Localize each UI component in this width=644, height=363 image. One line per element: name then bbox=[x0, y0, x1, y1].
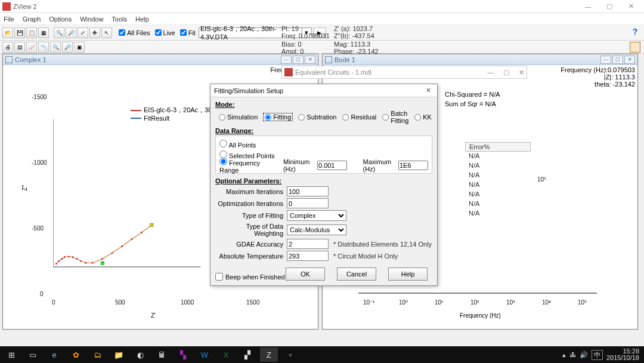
app2-icon[interactable]: ▞ bbox=[239, 347, 256, 362]
tool-zoom1-icon[interactable]: 🔍 bbox=[50, 42, 61, 53]
min-hz-input[interactable] bbox=[317, 161, 347, 170]
bode-titlebar[interactable]: Bode 1 — ▢ ✕ bbox=[323, 54, 637, 65]
tray-net-icon[interactable]: 🖧 bbox=[569, 351, 576, 358]
svg-point-4 bbox=[61, 258, 63, 260]
excel-icon[interactable]: X bbox=[217, 347, 235, 362]
tool-copy-icon[interactable]: 📋 bbox=[26, 27, 37, 38]
radio-residual[interactable]: Residual bbox=[342, 113, 376, 121]
gdae-input[interactable] bbox=[287, 239, 329, 249]
complex-close-button[interactable]: ✕ bbox=[305, 56, 315, 64]
word-icon[interactable]: W bbox=[196, 347, 213, 362]
svg-point-2 bbox=[55, 263, 57, 264]
complex-title: Complex 1 bbox=[15, 56, 47, 63]
chrome-icon[interactable]: ◐ bbox=[131, 347, 149, 362]
start-button[interactable]: ⊞ bbox=[2, 347, 20, 362]
temp-input[interactable] bbox=[287, 251, 329, 261]
menu-file[interactable]: File bbox=[4, 16, 14, 23]
minimize-button[interactable]: — bbox=[577, 0, 599, 13]
equiv-min-button[interactable]: — bbox=[487, 69, 494, 76]
tool-chart2-icon[interactable]: 📉 bbox=[38, 42, 49, 53]
menu-graph[interactable]: Graph bbox=[23, 16, 41, 23]
menu-tools[interactable]: Tools bbox=[112, 16, 127, 23]
complex-max-button[interactable]: ▢ bbox=[293, 56, 304, 64]
tool-grid-icon[interactable]: ▦ bbox=[38, 27, 49, 38]
beep-checkbox[interactable]: Beep when Finished bbox=[215, 273, 285, 281]
tray-ime[interactable]: 中 bbox=[592, 350, 603, 360]
opt-iter-input[interactable] bbox=[287, 198, 329, 208]
menu-help[interactable]: Help bbox=[135, 16, 149, 23]
menu-bar: File Graph Options Window Tools Help bbox=[0, 13, 644, 25]
tool-table-icon[interactable]: ▤ bbox=[14, 42, 25, 53]
bode-min-button[interactable]: — bbox=[600, 56, 611, 64]
svg-point-9 bbox=[80, 260, 82, 262]
tool-print-icon[interactable]: 🖨 bbox=[2, 42, 13, 53]
max-iter-input[interactable] bbox=[287, 186, 329, 196]
optional-header: Optional Parameters: bbox=[215, 177, 432, 184]
radio-subtration[interactable]: Subtration bbox=[298, 113, 336, 121]
max-hz-input[interactable] bbox=[398, 161, 428, 170]
tool-open-icon[interactable]: 📂 bbox=[2, 27, 13, 38]
tool-zoomfit-icon[interactable]: ⤢ bbox=[78, 27, 88, 38]
taskbar-clock[interactable]: 15:282015/10/18 bbox=[606, 348, 642, 361]
radio-all-points[interactable]: All Points bbox=[219, 140, 256, 149]
radio-freq-range[interactable]: Frequency Range bbox=[219, 158, 267, 174]
equiv-max-button[interactable]: ▢ bbox=[503, 69, 509, 76]
tray-up-icon[interactable]: ▴ bbox=[562, 351, 566, 359]
dialog-titlebar[interactable]: Fitting/Simulation Setup ✕ bbox=[210, 84, 437, 97]
type-weighting-select[interactable]: Calc-Modulus bbox=[287, 224, 346, 235]
equiv-circuits-window[interactable]: Equivalent Circuits - 1.mdl — ▢ ✕ bbox=[281, 66, 527, 79]
window-title: ZView 2 bbox=[13, 3, 577, 10]
svg-rect-17 bbox=[101, 262, 104, 264]
tool-pan-icon[interactable]: ✥ bbox=[89, 27, 100, 38]
help-icon[interactable]: ? bbox=[630, 26, 640, 37]
complex-ylabel: Z'' bbox=[21, 185, 28, 191]
app3-icon[interactable]: ▫ bbox=[281, 347, 299, 362]
error-column: Error% N/A N/A N/A N/A N/A N/A N/A bbox=[465, 142, 531, 219]
app-icon bbox=[2, 2, 11, 11]
checkbox-fit[interactable]: Fit bbox=[180, 29, 196, 36]
checkbox-live[interactable]: Live bbox=[155, 29, 175, 36]
radio-simulation[interactable]: Simulation bbox=[219, 113, 258, 121]
checkbox-all-files[interactable]: All Files bbox=[119, 29, 150, 36]
bode-close-button[interactable]: ✕ bbox=[624, 56, 635, 64]
tool-zoom2-icon[interactable]: 🔎 bbox=[62, 42, 73, 53]
complex-min-button[interactable]: — bbox=[281, 56, 292, 64]
bode-max-button[interactable]: ▢ bbox=[612, 56, 623, 64]
svg-rect-18 bbox=[150, 223, 153, 226]
tray-vol-icon[interactable]: 🔊 bbox=[580, 351, 588, 359]
tool-equiv-icon[interactable] bbox=[630, 42, 640, 53]
complex-titlebar[interactable]: Complex 1 — ▢ ✕ bbox=[3, 54, 318, 65]
radio-fitting[interactable]: Fitting bbox=[264, 113, 292, 121]
taskview-icon[interactable]: ▭ bbox=[24, 347, 42, 362]
svg-point-11 bbox=[92, 262, 94, 264]
cancel-button[interactable]: Cancel bbox=[337, 267, 376, 281]
tool-fit-icon[interactable]: ▣ bbox=[74, 42, 85, 53]
results-summary: Chi-Squared = N/A Sum of Sqr = N/A bbox=[442, 90, 532, 109]
fitting-setup-dialog: Fitting/Simulation Setup ✕ Mode: Simulat… bbox=[210, 84, 438, 286]
zview-icon[interactable]: Z bbox=[260, 347, 278, 362]
menu-options[interactable]: Options bbox=[49, 16, 72, 23]
app1-icon[interactable]: ▚ bbox=[174, 347, 192, 362]
equiv-close-button[interactable]: ✕ bbox=[519, 69, 524, 76]
close-button[interactable]: ✕ bbox=[620, 0, 642, 13]
ok-button[interactable]: OK bbox=[286, 267, 325, 281]
folder-icon[interactable]: 📁 bbox=[110, 347, 128, 362]
type-fitting-select[interactable]: Complex bbox=[287, 210, 346, 221]
menu-window[interactable]: Window bbox=[80, 16, 103, 23]
system-tray[interactable]: ▴ 🖧 🔊 中 15:282015/10/18 bbox=[562, 348, 642, 361]
tool-cursor-icon[interactable]: ↖ bbox=[101, 27, 112, 38]
dialog-close-button[interactable]: ✕ bbox=[423, 87, 434, 94]
explorer-icon[interactable]: 🗂 bbox=[88, 347, 106, 362]
help-button[interactable]: Help bbox=[388, 267, 428, 281]
maximize-button[interactable]: ▢ bbox=[599, 0, 620, 13]
calc-icon[interactable]: 🖩 bbox=[153, 347, 171, 362]
tool-zoomout-icon[interactable]: 🔎 bbox=[66, 27, 76, 38]
tool-chart1-icon[interactable]: 📈 bbox=[26, 42, 37, 53]
tool-zoomin-icon[interactable]: 🔍 bbox=[54, 27, 64, 38]
ie-icon[interactable]: e bbox=[45, 347, 63, 362]
radio-batch[interactable]: Batch Fitting bbox=[382, 110, 408, 124]
radio-kk[interactable]: KK bbox=[414, 113, 432, 121]
bode-xlabel: Frequency (Hz) bbox=[460, 312, 501, 319]
settings-icon[interactable]: ✿ bbox=[67, 347, 85, 362]
tool-save-icon[interactable]: 💾 bbox=[14, 27, 25, 38]
